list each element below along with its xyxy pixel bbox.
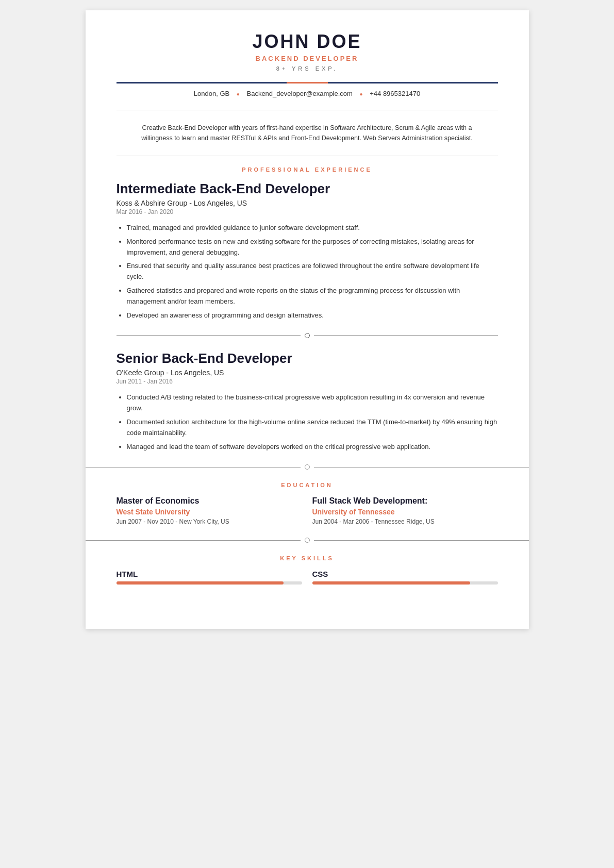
skill-1-name: HTML (117, 570, 302, 578)
contact-divider (117, 110, 498, 110)
skill-1: HTML (117, 570, 302, 585)
edu-1-degree: Master of Economics (117, 496, 302, 506)
edu-1-date: Jun 2007 - Nov 2010 - New York City, US (117, 518, 302, 525)
years-experience: 8+ YRS EXP. (117, 65, 498, 72)
job-1-bullet-4: Gathered statistics and prepared and wro… (127, 286, 498, 307)
job-1-date: Mar 2016 - Jan 2020 (117, 208, 498, 215)
full-sep2-circle (305, 538, 310, 543)
dot-1: ● (237, 91, 240, 97)
edu-2-date: Jun 2004 - Mar 2006 - Tennessee Ridge, U… (312, 518, 498, 525)
summary-text: Creative Back-End Developer with years o… (117, 116, 498, 149)
job-2-bullet-1: Conducted A/B testing related to the bus… (127, 392, 498, 414)
section-separator-skills (86, 538, 529, 543)
skills-grid: HTML CSS (117, 570, 498, 585)
sep-circle (305, 333, 310, 338)
job-2-date: Jun 2011 - Jan 2016 (117, 378, 498, 385)
job-1-title: Intermediate Back-End Developer (117, 181, 498, 197)
header-section: JOHN DOE BACKEND DEVELOPER 8+ YRS EXP. (117, 31, 498, 77)
edu-2-school: University of Tennessee (312, 508, 498, 516)
job-2-bullet-2: Documented solution architecture for the… (127, 417, 498, 439)
job-2-company: O'Keefe Group - Los Angeles, US (117, 369, 498, 377)
job-2: Senior Back-End Developer O'Keefe Group … (117, 350, 498, 452)
contact-row: London, GB ● Backend_developer@example.c… (117, 84, 498, 104)
job-2-bullet-3: Managed and lead the team of software de… (127, 442, 498, 453)
section-separator-education (86, 464, 529, 470)
job-1-bullet-1: Trained, managed and provided guidance t… (127, 223, 498, 233)
full-sep-line-left (86, 467, 301, 468)
job-1-bullet-2: Monitored performance tests on new and e… (127, 237, 498, 258)
skill-1-bar-bg (117, 581, 302, 585)
skill-2-bar-fill (312, 581, 470, 585)
education-grid: Master of Economics West State Universit… (117, 496, 498, 525)
resume-container: JOHN DOE BACKEND DEVELOPER 8+ YRS EXP. L… (86, 10, 529, 629)
skill-2: CSS (312, 570, 498, 585)
sep-line-right (314, 336, 498, 336)
job-1-bullet-3: Ensured that security and quality assura… (127, 261, 498, 282)
edu-2-degree: Full Stack Web Development: (312, 496, 498, 506)
edu-1: Master of Economics West State Universit… (117, 496, 302, 525)
experience-heading: PROFESSIONAL EXPERIENCE (117, 166, 498, 173)
edu-1-school: West State University (117, 508, 302, 516)
skill-1-bar-fill (117, 581, 284, 585)
job-1-bullets: Trained, managed and provided guidance t… (117, 223, 498, 321)
edu-2: Full Stack Web Development: University o… (312, 496, 498, 525)
full-sep2-line-left (86, 540, 301, 541)
job-2-bullets: Conducted A/B testing related to the bus… (117, 392, 498, 452)
full-sep2-line-right (314, 540, 529, 541)
candidate-title: BACKEND DEVELOPER (117, 55, 498, 62)
skill-2-bar-bg (312, 581, 498, 585)
full-sep-circle (305, 464, 310, 470)
contact-email: Backend_developer@example.com (246, 90, 352, 97)
contact-location: London, GB (194, 90, 229, 97)
skill-2-name: CSS (312, 570, 498, 578)
job-1: Intermediate Back-End Developer Koss & A… (117, 181, 498, 321)
candidate-name: JOHN DOE (117, 31, 498, 53)
contact-phone: +44 8965321470 (370, 90, 420, 97)
education-heading: EDUCATION (117, 482, 498, 488)
job-1-bullet-5: Developed an awareness of programming an… (127, 310, 498, 321)
full-sep-line-right (314, 467, 529, 468)
job-2-title: Senior Back-End Developer (117, 350, 498, 366)
summary-divider (117, 156, 498, 156)
sep-line-left (117, 336, 301, 336)
header-divider (117, 82, 498, 84)
skills-heading: KEY SKILLS (117, 555, 498, 561)
job-separator-1 (117, 333, 498, 338)
job-1-company: Koss & Abshire Group - Los Angeles, US (117, 199, 498, 207)
dot-2: ● (360, 91, 363, 97)
